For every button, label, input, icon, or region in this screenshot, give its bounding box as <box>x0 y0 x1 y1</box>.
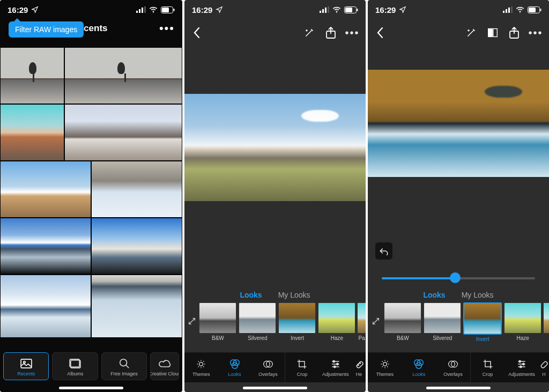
tab-albums[interactable]: Albums <box>52 352 98 380</box>
look-invert[interactable]: Invert <box>278 302 316 341</box>
more-button[interactable]: ••• <box>345 26 359 40</box>
look-bw[interactable]: B&W <box>384 302 421 341</box>
share-button[interactable] <box>324 26 338 40</box>
tab-looks[interactable]: Looks <box>240 291 262 299</box>
cloud-decoration <box>301 110 339 122</box>
more-button[interactable]: ••• <box>159 23 175 34</box>
tool-crop[interactable]: Crop <box>285 353 318 382</box>
looks-strip[interactable]: B&W Silvered Invert Haze <box>368 302 549 352</box>
tab-my-looks[interactable]: My Looks <box>462 291 494 299</box>
expand-icon[interactable] <box>370 302 382 340</box>
look-silvered[interactable]: Silvered <box>239 302 276 341</box>
tool-looks[interactable]: Looks <box>402 353 436 382</box>
tool-adjustments[interactable]: Adjustments <box>505 353 539 382</box>
photo-thumb[interactable] <box>0 104 64 161</box>
svg-point-33 <box>359 363 360 364</box>
tool-row: Themes Looks Overlays Crop Adjustments <box>184 352 366 382</box>
tool-looks[interactable]: Looks <box>218 353 251 382</box>
tool-adjustments[interactable]: Adjustments <box>319 353 352 382</box>
photo-thumb[interactable] <box>91 275 182 338</box>
look-bw[interactable]: B&W <box>199 302 236 341</box>
photo-grid[interactable] <box>0 47 182 341</box>
photo-thumb[interactable] <box>64 104 182 161</box>
looks-strip[interactable]: B&W Silvered Invert Haze Pa <box>184 302 366 352</box>
photo-thumb[interactable] <box>0 47 64 104</box>
tab-looks[interactable]: Looks <box>423 291 445 299</box>
intensity-slider[interactable] <box>382 272 535 283</box>
look-haze[interactable]: Haze <box>318 302 355 341</box>
svg-rect-0 <box>136 11 138 13</box>
tool-healing[interactable]: H <box>539 353 549 382</box>
status-time: 16:29 <box>8 5 28 14</box>
tool-crop[interactable]: Crop <box>471 353 505 382</box>
tab-my-looks[interactable]: My Looks <box>278 291 310 299</box>
look-thumb <box>544 302 549 334</box>
tool-label: Crop <box>483 372 493 377</box>
svg-point-29 <box>336 363 338 365</box>
look-thumb <box>424 302 461 334</box>
look-thumb <box>199 302 236 334</box>
svg-point-4 <box>153 12 154 13</box>
back-button[interactable] <box>190 26 204 40</box>
tab-creative-cloud[interactable]: Creative Cloud <box>150 352 179 380</box>
tool-overlays[interactable]: Overlays <box>436 353 470 382</box>
look-thumb <box>384 302 421 334</box>
undo-button[interactable] <box>375 242 392 260</box>
filter-raw-tooltip[interactable]: Filter RAW images <box>9 21 84 38</box>
looks-icon <box>229 358 241 370</box>
svg-rect-14 <box>322 9 324 13</box>
auto-enhance-button[interactable] <box>302 26 316 40</box>
tool-themes[interactable]: Themes <box>184 353 218 382</box>
location-icon <box>399 6 406 13</box>
more-button[interactable]: ••• <box>529 26 543 40</box>
screen-editor-invert: 16:29 <box>368 0 549 392</box>
svg-rect-37 <box>511 6 513 13</box>
wifi-icon <box>149 6 158 13</box>
svg-rect-20 <box>357 9 358 11</box>
tab-recents[interactable]: Recents <box>3 352 49 380</box>
screen-library: 16:29 Filter RAW images Recents <box>0 0 182 392</box>
svg-point-53 <box>520 366 522 367</box>
look-pa[interactable] <box>544 302 549 334</box>
svg-rect-41 <box>540 9 541 11</box>
compare-button[interactable] <box>486 26 500 40</box>
main-canvas[interactable] <box>368 70 549 177</box>
photo-thumb[interactable] <box>0 218 91 275</box>
look-label: Invert <box>291 335 304 341</box>
look-invert[interactable]: Invert <box>463 302 502 342</box>
svg-rect-42 <box>488 29 493 37</box>
tool-healing[interactable]: He <box>352 353 366 382</box>
tool-themes[interactable]: Themes <box>368 353 402 382</box>
tab-free-images[interactable]: Free Images <box>101 352 147 380</box>
svg-rect-6 <box>162 8 169 12</box>
screen-editor-looks: 16:29 <box>184 0 366 392</box>
svg-rect-19 <box>345 8 352 12</box>
photo-thumb[interactable] <box>91 218 182 275</box>
svg-rect-31 <box>356 361 363 368</box>
svg-rect-16 <box>328 6 329 13</box>
home-indicator <box>59 387 123 389</box>
look-thumb <box>278 302 316 334</box>
main-canvas[interactable] <box>184 94 366 201</box>
cloud-decoration <box>485 86 522 98</box>
svg-rect-3 <box>144 6 146 13</box>
svg-rect-35 <box>506 9 507 13</box>
look-haze[interactable]: Haze <box>504 302 541 341</box>
photo-thumb[interactable] <box>0 275 91 338</box>
photo-thumb[interactable] <box>91 161 182 218</box>
editor-toolbar: ••• <box>184 19 366 44</box>
look-pa[interactable]: Pa <box>358 302 366 341</box>
svg-point-30 <box>333 366 335 367</box>
auto-enhance-button[interactable] <box>464 26 478 40</box>
look-thumb <box>463 302 502 335</box>
slider-thumb[interactable] <box>450 272 461 283</box>
tab-label: Recents <box>17 371 35 376</box>
tool-overlays[interactable]: Overlays <box>251 353 285 382</box>
back-button[interactable] <box>373 26 387 40</box>
share-button[interactable] <box>507 26 521 40</box>
tab-label: Albums <box>67 371 83 376</box>
photo-thumb[interactable] <box>0 161 91 218</box>
photo-thumb[interactable] <box>64 47 182 104</box>
look-silvered[interactable]: Silvered <box>424 302 461 341</box>
expand-icon[interactable] <box>187 302 197 340</box>
